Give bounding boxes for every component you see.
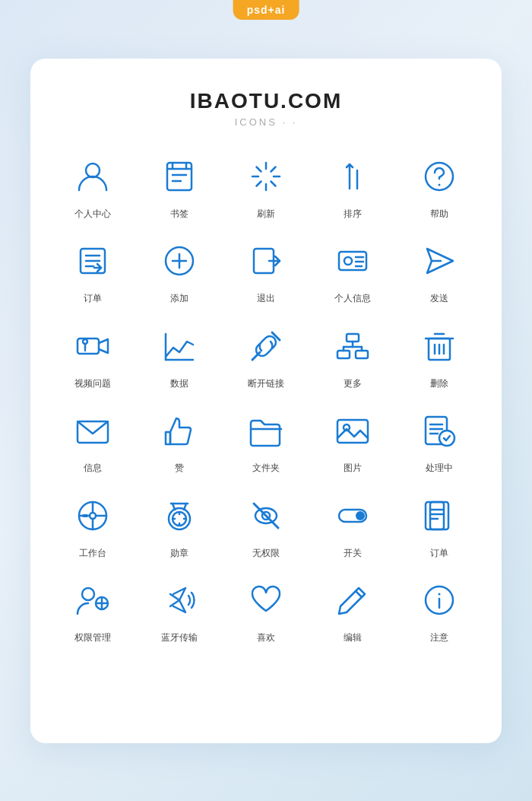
icon-personal-center: 个人中心 — [53, 151, 132, 221]
svg-point-30 — [344, 257, 352, 265]
icon-label-medal: 勋章 — [170, 548, 188, 560]
icon-medal: 勋章 — [140, 490, 219, 560]
icon-label-send: 发送 — [430, 293, 448, 305]
icon-label-workstation: 工作台 — [79, 548, 106, 560]
icon-label-image: 图片 — [344, 462, 362, 475]
svg-rect-45 — [337, 351, 350, 358]
svg-point-99 — [439, 593, 441, 596]
icon-label-personal-info: 个人信息 — [334, 293, 371, 305]
icon-bookmark: 书签 — [140, 151, 219, 221]
icon-label-logout: 退出 — [257, 293, 275, 305]
svg-point-0 — [86, 164, 100, 177]
icon-processing: 处理中 — [400, 405, 479, 475]
svg-rect-1 — [167, 163, 192, 190]
icon-label-message: 信息 — [84, 462, 102, 475]
icon-add: 添加 — [140, 235, 219, 305]
svg-line-12 — [271, 181, 276, 186]
icon-label-data: 数据 — [170, 378, 188, 390]
icon-label-no-permission: 无权限 — [252, 548, 280, 560]
icon-label-bookmark: 书签 — [170, 208, 188, 221]
svg-point-18 — [439, 183, 441, 186]
svg-line-94 — [170, 600, 179, 606]
icon-unlink: 断开链接 — [226, 320, 306, 390]
svg-line-96 — [356, 591, 362, 597]
svg-line-11 — [257, 167, 261, 171]
icon-label-edit: 编辑 — [344, 632, 362, 644]
icon-switch: 开关 — [313, 490, 392, 560]
icon-label-like: 赞 — [175, 462, 184, 475]
icon-edit: 编辑 — [313, 574, 392, 644]
icon-more: 更多 — [313, 320, 392, 390]
badge: psd+ai — [233, 0, 299, 20]
icon-message: 信息 — [53, 405, 132, 475]
icon-label-order: 订单 — [84, 293, 102, 305]
svg-rect-85 — [426, 502, 448, 529]
svg-rect-59 — [337, 420, 368, 443]
svg-point-90 — [82, 588, 94, 600]
icon-label-notice: 注意 — [430, 632, 448, 644]
icon-label-bluetooth: 蓝牙传输 — [161, 632, 198, 644]
svg-line-13 — [271, 167, 276, 171]
icon-label-add: 添加 — [170, 293, 188, 305]
icons-grid: 个人中心 书签 — [53, 151, 479, 645]
svg-point-39 — [84, 349, 86, 351]
icon-like: 赞 — [140, 405, 219, 475]
icon-label-sort: 排序 — [344, 208, 362, 221]
icon-refresh: 刷新 — [226, 151, 306, 221]
icon-label-processing: 处理中 — [426, 462, 453, 475]
site-title: IBAOTU.COM — [53, 89, 479, 113]
icon-send: 发送 — [400, 235, 479, 305]
icon-label-permission: 权限管理 — [74, 632, 111, 644]
icon-favorite: 喜欢 — [226, 574, 306, 644]
icon-label-help: 帮助 — [430, 208, 448, 221]
icon-label-favorite: 喜欢 — [257, 632, 275, 644]
icon-label-video-problem: 视频问题 — [74, 378, 111, 390]
icon-sort: 排序 — [313, 151, 392, 221]
icon-data: 数据 — [140, 320, 219, 390]
icon-order2: 订单 — [400, 490, 479, 560]
icon-label-more: 更多 — [344, 378, 362, 390]
card-subtitle: ICONS · · — [53, 116, 479, 128]
icon-order: 订单 — [53, 235, 132, 305]
icon-folder: 文件夹 — [226, 405, 306, 475]
svg-line-95 — [170, 594, 179, 600]
icon-workstation: 工作台 — [53, 490, 132, 560]
icon-label-refresh: 刷新 — [257, 208, 275, 221]
icon-label-switch: 开关 — [344, 548, 362, 560]
svg-rect-44 — [347, 334, 359, 342]
icon-label-folder: 文件夹 — [252, 462, 280, 475]
icon-notice: 注意 — [400, 574, 479, 644]
icon-label-unlink: 断开链接 — [248, 378, 284, 390]
icon-personal-info: 个人信息 — [313, 235, 392, 305]
icon-bluetooth: 蓝牙传输 — [140, 574, 219, 644]
svg-rect-86 — [430, 502, 444, 529]
icon-delete: 删除 — [400, 320, 479, 390]
icon-logout: 退出 — [226, 235, 306, 305]
icon-image: 图片 — [313, 405, 392, 475]
icon-label-order2: 订单 — [430, 548, 448, 560]
icon-permission: 权限管理 — [53, 574, 132, 644]
svg-point-84 — [356, 511, 365, 520]
icon-label-personal-center: 个人中心 — [74, 208, 111, 221]
icon-no-permission: 无权限 — [226, 490, 306, 560]
svg-line-14 — [257, 181, 261, 186]
icon-label-delete: 删除 — [430, 378, 448, 390]
icon-video-problem: 视频问题 — [53, 320, 132, 390]
main-card: IBAOTU.COM ICONS · · 个人中心 — [30, 59, 502, 743]
icon-help: 帮助 — [400, 151, 479, 221]
svg-rect-46 — [356, 351, 368, 358]
card-title: IBAOTU.COM — [53, 89, 479, 113]
